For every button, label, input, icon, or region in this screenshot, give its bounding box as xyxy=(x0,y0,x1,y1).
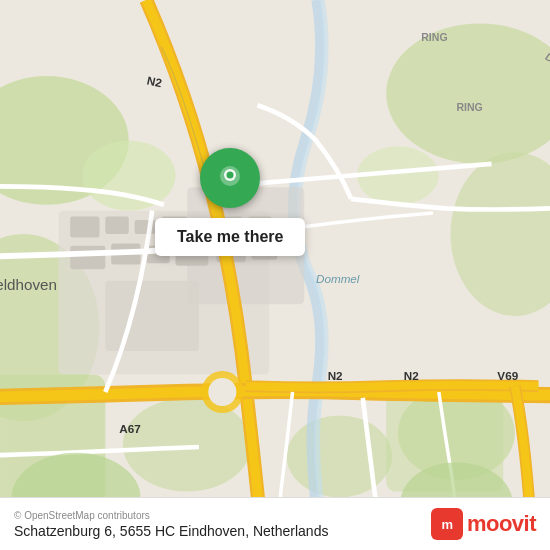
svg-text:Veldhoven: Veldhoven xyxy=(0,276,57,293)
location-address: Schatzenburg 6, 5655 HC Eindhoven, Nethe… xyxy=(14,523,328,539)
svg-text:V69: V69 xyxy=(497,369,518,382)
footer-bar: © OpenStreetMap contributors Schatzenbur… xyxy=(0,497,550,550)
svg-text:N2: N2 xyxy=(404,369,419,382)
svg-point-7 xyxy=(287,415,392,497)
osm-attribution: © OpenStreetMap contributors xyxy=(14,510,328,521)
svg-point-9 xyxy=(123,398,252,492)
map-container: RING RING Dommel N2 A67 N2 N2 V69 A67 Ve… xyxy=(0,0,550,550)
svg-text:RING: RING xyxy=(456,101,482,113)
moovit-icon: m xyxy=(431,508,463,540)
svg-point-28 xyxy=(208,378,236,406)
svg-text:m: m xyxy=(441,517,452,532)
moovit-wordmark: moovit xyxy=(467,511,536,537)
footer-info: © OpenStreetMap contributors Schatzenbur… xyxy=(14,510,328,539)
svg-rect-15 xyxy=(70,216,99,237)
svg-point-10 xyxy=(82,140,176,210)
svg-text:N2: N2 xyxy=(328,369,343,382)
moovit-brand-icon: m xyxy=(436,513,458,535)
svg-text:Dommel: Dommel xyxy=(316,272,360,285)
svg-rect-14 xyxy=(105,281,199,351)
map-background: RING RING Dommel N2 A67 N2 N2 V69 A67 Ve… xyxy=(0,0,550,550)
take-me-there-button[interactable]: Take me there xyxy=(155,218,305,256)
svg-rect-19 xyxy=(70,246,105,269)
svg-rect-16 xyxy=(105,216,128,234)
svg-text:RING: RING xyxy=(421,31,447,43)
svg-text:A67: A67 xyxy=(119,422,140,435)
moovit-logo: m moovit xyxy=(431,508,536,540)
